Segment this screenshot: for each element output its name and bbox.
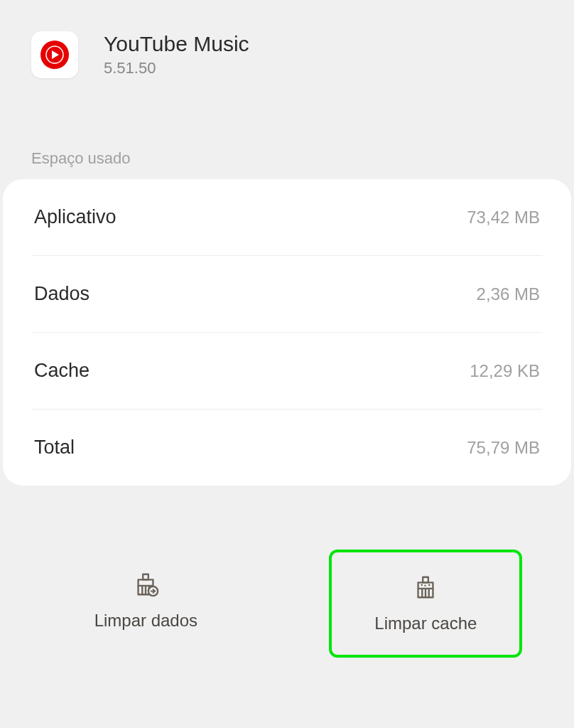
storage-label: Aplicativo <box>34 206 117 228</box>
app-icon <box>31 31 78 78</box>
storage-row-cache: Cache 12,29 KB <box>31 333 543 410</box>
brush-clear-cache-icon <box>412 574 439 601</box>
storage-label: Cache <box>34 360 90 382</box>
youtube-music-icon <box>39 39 70 70</box>
storage-value: 2,36 MB <box>477 284 540 304</box>
app-version: 5.51.50 <box>104 59 249 77</box>
action-buttons: Limpar dados Limpar cache <box>0 486 574 686</box>
storage-row-total: Total 75,79 MB <box>31 410 543 486</box>
app-name: YouTube Music <box>104 32 249 56</box>
storage-label: Dados <box>34 283 90 305</box>
storage-value: 75,79 MB <box>467 438 540 458</box>
clear-data-button[interactable]: Limpar dados <box>52 550 240 658</box>
section-title: Espaço usado <box>0 92 574 179</box>
clear-cache-label: Limpar cache <box>374 614 477 633</box>
app-header: YouTube Music 5.51.50 <box>0 0 574 92</box>
clear-data-label: Limpar dados <box>94 611 197 631</box>
storage-value: 12,29 KB <box>470 361 540 381</box>
app-info: YouTube Music 5.51.50 <box>104 32 249 77</box>
brush-clear-data-icon <box>132 571 159 598</box>
storage-card: Aplicativo 73,42 MB Dados 2,36 MB Cache … <box>3 179 571 486</box>
storage-row-app: Aplicativo 73,42 MB <box>31 179 543 256</box>
storage-label: Total <box>34 437 75 459</box>
clear-cache-button[interactable]: Limpar cache <box>329 550 522 658</box>
storage-row-data: Dados 2,36 MB <box>31 256 543 333</box>
storage-value: 73,42 MB <box>467 208 540 228</box>
